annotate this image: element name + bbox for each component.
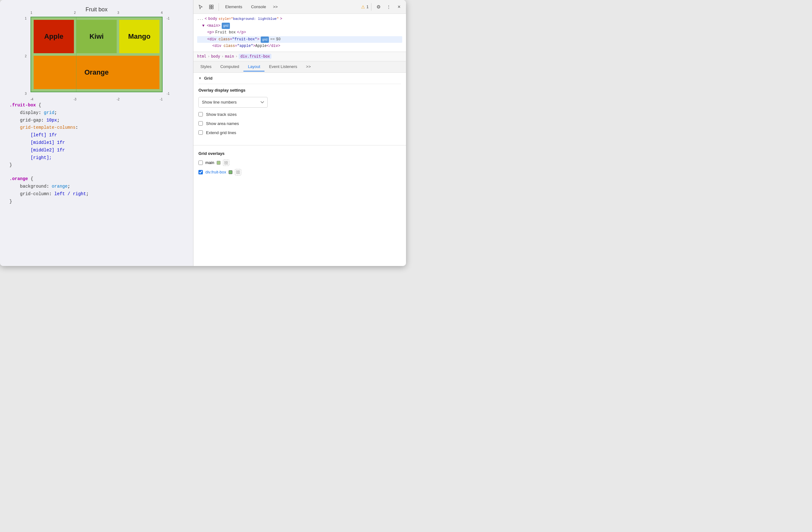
dom-line-main: ▼ <main> grid [197, 23, 402, 30]
breadcrumb: html › body › main › div.fruit-box [193, 52, 406, 61]
overlay-settings-title: Overlay display settings [199, 88, 401, 93]
left-panel: Fruit box 1 2 3 4 1 2 3 -4 -3 -2 -1 -1 -… [0, 0, 193, 266]
grid-badge-fruit-box: grid [261, 37, 269, 43]
fruit-box-label[interactable]: div.fruit-box [205, 170, 226, 174]
settings-btn[interactable]: ⚙ [374, 2, 383, 11]
area-names-label[interactable]: Show area names [206, 121, 239, 126]
tab-elements[interactable]: Elements [221, 3, 246, 10]
fruit-box-grid-icon[interactable] [235, 169, 241, 175]
code-section: .fruit-box { display: grid; grid-gap: 10… [6, 102, 187, 212]
checkbox-row-extend-lines: Extend grid lines [199, 130, 401, 135]
checkbox-row-area-names: Show area names [199, 121, 401, 126]
tab-more[interactable]: >> [302, 62, 315, 71]
code-block-orange: .orange { background: orange; grid-colum… [10, 175, 184, 205]
css-selector-fruit-box: .fruit-box [10, 103, 36, 108]
grid-numbers-top: 1 2 3 4 [30, 11, 163, 14]
kiwi-cell: Kiwi [76, 20, 117, 53]
orange-cell: Orange [34, 56, 159, 89]
code-block-fruit-box: .fruit-box { display: grid; grid-gap: 10… [10, 102, 184, 169]
grid-badge-main: grid [222, 23, 230, 29]
track-sizes-label[interactable]: Show track sizes [206, 112, 237, 117]
svg-rect-7 [227, 163, 228, 164]
grid-container-wrapper: 1 2 3 4 1 2 3 -4 -3 -2 -1 -1 -1 Apple Ki… [30, 17, 163, 95]
toolbar-divider [219, 3, 219, 11]
more-options-btn[interactable]: ⋮ [384, 2, 393, 12]
svg-rect-11 [238, 172, 240, 174]
breadcrumb-body[interactable]: body [211, 54, 220, 58]
area-names-checkbox[interactable] [199, 121, 203, 126]
toolbar-divider-2 [371, 3, 372, 11]
overlay-row-main: main [199, 159, 401, 166]
tab-styles[interactable]: Styles [196, 62, 216, 71]
layout-content: ▼ Grid Overlay display settings Show lin… [193, 73, 406, 266]
more-tabs-btn[interactable]: >> [271, 3, 279, 10]
overlay-settings: Overlay display settings Show line numbe… [193, 84, 406, 143]
panel-tabs: Styles Computed Layout Event Listeners >… [193, 61, 406, 73]
dom-line-apple: <div class="apple">Apple</div> [197, 43, 402, 50]
tab-computed[interactable]: Computed [216, 62, 243, 71]
svg-rect-0 [209, 5, 211, 6]
section-full-divider [193, 145, 406, 145]
breadcrumb-main[interactable]: main [225, 54, 234, 58]
devtools-header: Elements Console >> ⚠ 1 ⚙ ⋮ × [193, 0, 406, 14]
svg-rect-8 [236, 171, 238, 172]
fruit-box-color-swatch [229, 170, 232, 174]
grid-numbers-left: 1 2 3 [25, 17, 27, 95]
extend-lines-checkbox[interactable] [199, 130, 203, 135]
grid-overlays-section: Grid overlays main div.fruit [193, 147, 406, 182]
cursor-icon-btn[interactable] [196, 2, 205, 12]
dom-line-fruit-box[interactable]: <div class="fruit-box"> grid == $0 [197, 36, 402, 43]
dropdown-row: Show line numbers Show track sizes Show … [199, 97, 401, 108]
grid-numbers-bottom: -4 -3 -2 -1 [30, 98, 163, 101]
line-numbers-dropdown[interactable]: Show line numbers Show track sizes Show … [199, 97, 267, 108]
main-overlay-checkbox[interactable] [199, 160, 203, 165]
breadcrumb-html[interactable]: html [197, 54, 206, 58]
grid-overlays-title: Grid overlays [199, 151, 401, 156]
warning-badge: ⚠ 1 [361, 4, 368, 10]
tab-console[interactable]: Console [247, 3, 270, 10]
main-color-swatch [217, 161, 220, 165]
svg-rect-2 [209, 7, 211, 9]
close-btn[interactable]: × [395, 2, 404, 11]
checkbox-row-track-sizes: Show track sizes [199, 112, 401, 117]
svg-rect-5 [227, 161, 228, 163]
apple-cell: Apple [34, 20, 74, 53]
svg-rect-6 [224, 163, 226, 164]
warning-count: 1 [366, 5, 368, 9]
main-label[interactable]: main [205, 160, 214, 165]
svg-rect-3 [212, 7, 213, 9]
track-sizes-checkbox[interactable] [199, 112, 203, 116]
svg-rect-10 [236, 172, 238, 174]
grid-section-header[interactable]: ▼ Grid [193, 73, 406, 84]
svg-rect-4 [224, 161, 226, 163]
grid-numbers-right: -1 -1 [167, 17, 170, 95]
svg-rect-9 [238, 171, 240, 172]
extend-lines-label[interactable]: Extend grid lines [206, 130, 236, 135]
devtools-panel: Elements Console >> ⚠ 1 ⚙ ⋮ × ... <body … [193, 0, 406, 266]
svg-rect-1 [212, 5, 213, 6]
inspect-icon-btn[interactable] [207, 2, 216, 12]
dom-line-body: ... <body style="background: lightblue" … [197, 16, 402, 23]
warning-icon: ⚠ [361, 4, 365, 10]
breadcrumb-active[interactable]: div.fruit-box [239, 54, 271, 59]
mango-cell: Mango [119, 20, 159, 53]
collapse-arrow: ▼ [199, 76, 202, 80]
css-selector-orange: .orange [10, 176, 28, 181]
grid-section-label: Grid [204, 76, 213, 81]
tab-event-listeners[interactable]: Event Listeners [264, 62, 302, 71]
fruit-box-overlay-checkbox[interactable] [199, 170, 203, 174]
tab-layout[interactable]: Layout [243, 62, 264, 71]
dom-tree: ... <body style="background: lightblue" … [193, 14, 406, 52]
fruit-grid: Apple Kiwi Mango Orange [30, 17, 163, 92]
overlay-row-fruit-box: div.fruit-box [199, 169, 401, 175]
main-grid-icon[interactable] [223, 159, 229, 166]
dom-line-p: <p>Fruit box</p> [197, 29, 402, 36]
